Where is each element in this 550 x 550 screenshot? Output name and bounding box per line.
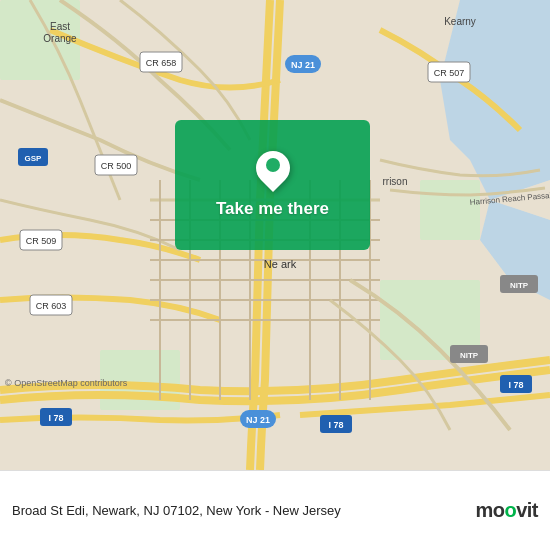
svg-text:East: East [50, 21, 70, 32]
map-container: CR 658 NJ 21 CR 507 CR 500 CR 509 CR 603… [0, 0, 550, 470]
info-text: Broad St Edi, Newark, NJ 07102, New York… [12, 501, 465, 520]
moovit-logo-text: moovit [475, 499, 538, 522]
svg-text:I 78: I 78 [508, 380, 523, 390]
svg-text:CR 603: CR 603 [36, 301, 67, 311]
svg-text:rrison: rrison [382, 176, 407, 187]
svg-text:CR 509: CR 509 [26, 236, 57, 246]
info-bar: Broad St Edi, Newark, NJ 07102, New York… [0, 470, 550, 550]
svg-text:NITP: NITP [510, 281, 529, 290]
svg-text:I 78: I 78 [48, 413, 63, 423]
svg-text:NJ 21: NJ 21 [291, 60, 315, 70]
svg-text:NJ 21: NJ 21 [246, 415, 270, 425]
take-me-there-button[interactable]: Take me there [175, 120, 370, 250]
svg-text:CR 658: CR 658 [146, 58, 177, 68]
svg-text:CR 507: CR 507 [434, 68, 465, 78]
svg-text:CR 500: CR 500 [101, 161, 132, 171]
svg-text:Orange: Orange [43, 33, 77, 44]
moovit-logo: moovit [475, 499, 538, 522]
svg-text:GSP: GSP [25, 154, 43, 163]
take-me-there-label: Take me there [216, 199, 329, 219]
svg-text:Ne ark: Ne ark [264, 258, 297, 270]
svg-text:I 78: I 78 [328, 420, 343, 430]
svg-text:NITP: NITP [460, 351, 479, 360]
svg-rect-5 [420, 180, 480, 240]
location-pin-icon [253, 151, 293, 191]
location-text: Broad St Edi, Newark, NJ 07102, New York… [12, 503, 341, 518]
openstreetmap-credit: © OpenStreetMap contributors [5, 378, 127, 388]
svg-text:Kearny: Kearny [444, 16, 476, 27]
